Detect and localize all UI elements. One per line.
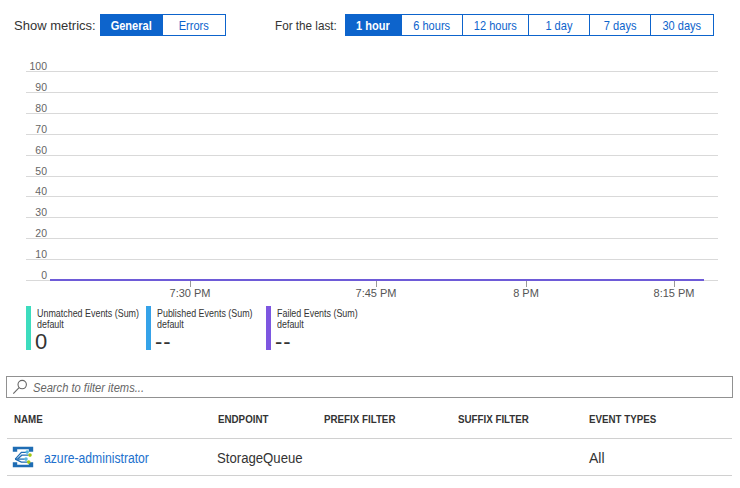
svg-text:70: 70 (35, 123, 47, 135)
svg-text:30: 30 (35, 206, 47, 218)
svg-text:10: 10 (35, 248, 47, 260)
svg-text:50: 50 (35, 165, 47, 177)
svg-text:40: 40 (35, 185, 47, 197)
svg-text:7:30 PM: 7:30 PM (170, 287, 211, 299)
svg-text:90: 90 (35, 81, 47, 93)
svg-text:80: 80 (35, 102, 47, 114)
svg-text:60: 60 (35, 144, 47, 156)
svg-text:20: 20 (35, 227, 47, 239)
svg-text:100: 100 (29, 60, 47, 72)
svg-text:8:15 PM: 8:15 PM (654, 287, 695, 299)
svg-text:0: 0 (41, 269, 47, 281)
svg-text:8 PM: 8 PM (513, 287, 539, 299)
svg-text:7:45 PM: 7:45 PM (356, 287, 397, 299)
